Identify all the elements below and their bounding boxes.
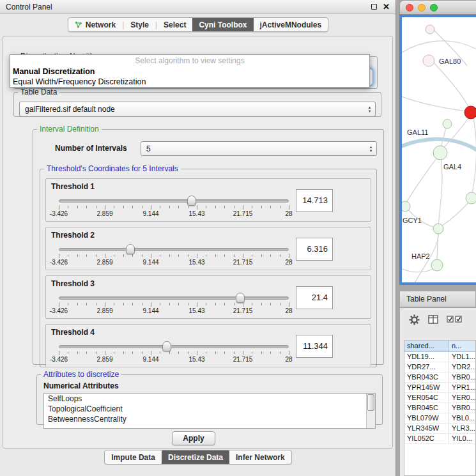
scale-label: -3.426: [50, 259, 68, 266]
slider-thumb[interactable]: [236, 293, 245, 303]
network-node[interactable]: [402, 201, 410, 211]
zoom-traffic-light-icon[interactable]: [430, 4, 438, 12]
algorithm-placeholder-option[interactable]: Select algorithm to view settings: [10, 56, 369, 66]
table-row[interactable]: YER054CYER0...: [404, 393, 475, 403]
show-columns-icon[interactable]: [428, 315, 438, 324]
tab-discretize-data[interactable]: Discretize Data: [162, 450, 229, 464]
algorithm-option[interactable]: Manual Discretization: [10, 66, 369, 77]
tab-network[interactable]: Network: [68, 18, 122, 31]
scale-label: 28: [285, 210, 292, 217]
network-node[interactable]: [431, 259, 443, 271]
network-node[interactable]: [426, 25, 434, 34]
minimize-traffic-light-icon[interactable]: [418, 4, 426, 12]
slider-track[interactable]: [59, 345, 289, 348]
slider-ticks: [59, 302, 289, 307]
network-node[interactable]: [464, 106, 476, 119]
slider-ticks: [59, 254, 289, 259]
slider-thumb[interactable]: [126, 244, 135, 254]
column-header[interactable]: shared...: [404, 341, 449, 352]
threshold-slider[interactable]: -3.4262.8599.14415.4321.71528: [59, 248, 289, 267]
column-header[interactable]: n...: [449, 341, 475, 352]
network-node[interactable]: [423, 55, 434, 66]
close-icon[interactable]: ✕: [383, 4, 390, 10]
table-row[interactable]: YBR043CYBR0...: [404, 372, 475, 383]
threshold-panel: Threshold 2-3.4262.8599.14415.4321.71528…: [45, 227, 371, 270]
tab-label: Impute Data: [111, 453, 155, 462]
tab-cyni-toolbox[interactable]: Cyni Toolbox: [192, 18, 253, 31]
slider-ticks: [59, 205, 289, 210]
list-item[interactable]: SelfLoops: [44, 394, 375, 404]
table-cell: YLR345W: [404, 424, 449, 433]
network-node[interactable]: [443, 119, 452, 128]
scale-label: 21.715: [233, 210, 253, 217]
table-data-combobox[interactable]: galFiltered.sif default node ▲▼: [19, 102, 376, 117]
threshold-label: Threshold 2: [51, 231, 95, 240]
threshold-slider[interactable]: -3.4262.8599.14415.4321.71528: [59, 345, 289, 364]
table-cell: YDR2...: [449, 362, 475, 372]
close-traffic-light-icon[interactable]: [406, 4, 413, 12]
threshold-value-field[interactable]: 11.344: [296, 335, 333, 358]
table-row[interactable]: YBL079WYBL0...: [404, 413, 475, 424]
tab-style[interactable]: Style: [124, 18, 155, 31]
apply-button[interactable]: Apply: [172, 431, 215, 445]
select-columns-icon[interactable]: [447, 316, 463, 323]
table-panel-header[interactable]: Table Panel: [399, 291, 476, 307]
control-panel-window: Control Panel ✕ Network|Style|SelectCyni…: [0, 0, 396, 476]
table-cell: YDL19...: [404, 352, 449, 362]
table-data-group-title: Table Data: [18, 88, 59, 96]
table-row[interactable]: YDL19...YDL1...: [404, 352, 475, 362]
combobox-stepper-icon: ▲▼: [367, 145, 376, 153]
cyni-toolbox-panel: Discretization Algorithm Select algorith…: [3, 36, 393, 449]
scale-label: 2.859: [96, 307, 112, 314]
network-node[interactable]: [433, 224, 443, 234]
table-row[interactable]: YLR345WYLR3...: [404, 424, 475, 434]
algorithm-option[interactable]: Equal Width/Frequency Discretization: [10, 77, 369, 87]
threshold-value-field[interactable]: 21.4: [296, 286, 333, 309]
threshold-value-field[interactable]: 14.713: [296, 189, 333, 212]
list-item[interactable]: TopologicalCoefficient: [44, 404, 375, 414]
slider-thumb[interactable]: [162, 341, 171, 351]
slider-track[interactable]: [59, 199, 289, 203]
scale-label: 21.715: [233, 307, 253, 314]
slider-track[interactable]: [59, 248, 289, 251]
network-node[interactable]: [433, 146, 447, 160]
network-edge: [429, 58, 470, 109]
tab-select[interactable]: Select: [157, 18, 192, 31]
list-item[interactable]: BetweennessCentrality: [44, 414, 375, 424]
control-panel-titlebar[interactable]: Control Panel ✕: [0, 0, 395, 14]
network-node[interactable]: [466, 192, 476, 204]
threshold-panel: Threshold 1-3.4262.8599.14415.4321.71528…: [45, 178, 371, 222]
gear-icon[interactable]: [409, 314, 420, 325]
network-canvas[interactable]: GAL80GAL11GAL4GCY1HAP2: [402, 17, 476, 282]
thresholds-group-title: Threshold's Coordinates for 5 Intervals: [44, 164, 181, 173]
number-of-intervals-combobox[interactable]: 5 ▲▼: [141, 141, 377, 156]
network-edge: [472, 118, 476, 194]
threshold-slider[interactable]: -3.4262.8599.14415.4321.71528: [59, 296, 289, 316]
threshold-slider[interactable]: -3.4262.8599.14415.4321.71528: [59, 199, 289, 219]
network-edge: [402, 41, 476, 56]
table-data-combobox-value: galFiltered.sif default node: [20, 105, 365, 114]
table-cell: YBR043C: [404, 372, 449, 382]
numerical-attributes-listbox: SelfLoopsTopologicalCoefficientBetweenne…: [43, 393, 376, 429]
tab-impute-data[interactable]: Impute Data: [105, 450, 162, 464]
table-row[interactable]: YPR145WYPR1...: [404, 383, 475, 393]
slider-thumb[interactable]: [187, 196, 196, 206]
table-row[interactable]: YBR045CYBR0...: [404, 403, 475, 413]
scale-label: 2.859: [96, 356, 112, 363]
tab-infer-network[interactable]: Infer Network: [229, 450, 291, 464]
list-scrollbar[interactable]: [366, 394, 375, 428]
numerical-attributes-label: Numerical Attributes: [43, 381, 119, 390]
slider-track[interactable]: [59, 296, 289, 300]
tab-jactivemnodules[interactable]: jActiveMNodules: [254, 18, 328, 31]
combobox-stepper-icon: ▲▼: [365, 105, 375, 113]
table-row[interactable]: YIL052CYIL0...: [404, 434, 475, 444]
table-row[interactable]: YDR27...YDR2...: [404, 362, 475, 372]
network-window-titlebar[interactable]: [399, 0, 476, 15]
scrollbar-thumb[interactable]: [367, 394, 374, 411]
scale-label: 21.715: [233, 356, 253, 363]
float-window-icon[interactable]: [371, 4, 377, 10]
threshold-label: Threshold 1: [51, 182, 95, 191]
scale-label: -3.426: [50, 210, 68, 217]
threshold-value-field[interactable]: 6.316: [296, 238, 333, 261]
table-cell: YDL1...: [449, 352, 475, 362]
